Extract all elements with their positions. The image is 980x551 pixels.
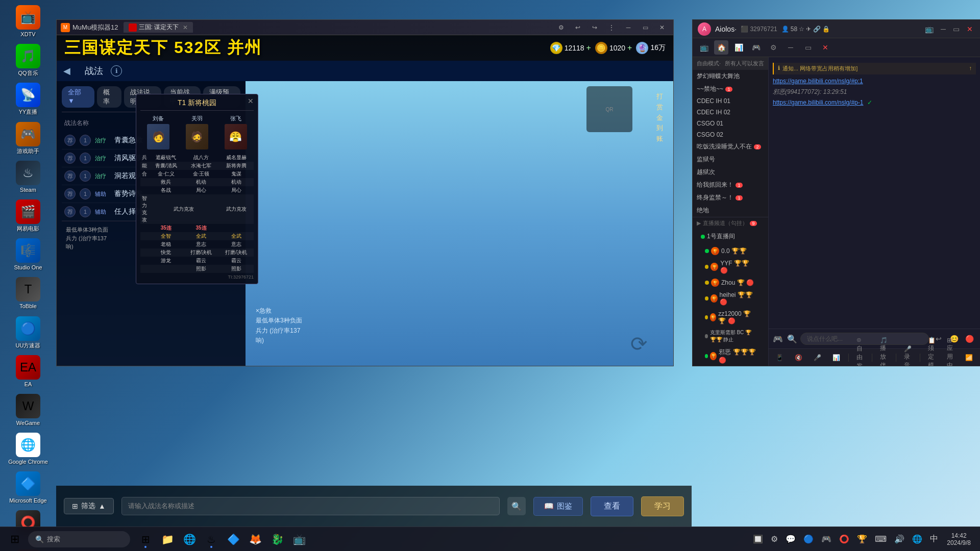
undo-btn[interactable]: ↩ <box>571 22 585 33</box>
user-zhou[interactable]: 🏆 Zhou 🏆 🔴 <box>701 277 760 289</box>
minimize-btn[interactable]: ─ <box>621 22 635 33</box>
desktop-icon-google-chrome[interactable]: 🌐 Google Chrome <box>5 430 51 468</box>
toolbar-mic-btn[interactable]: 🎤 <box>811 353 824 362</box>
desktop-icon-studio-one[interactable]: 🎼 Studio One <box>5 236 51 273</box>
toolbar-music-btn[interactable]: 🎵 播放伴奏 <box>877 336 891 366</box>
bili-nav-settings[interactable]: ⚙ <box>766 40 780 55</box>
taskbar-bilibili[interactable]: 📺 <box>289 530 309 549</box>
desktop-icon-xdtv[interactable]: 📺 XDTV <box>5 3 51 40</box>
link-text-1[interactable]: https://game.bilibili.com/nslg/#p:1 <box>773 78 863 85</box>
settings-btn[interactable]: ⚙ <box>554 22 568 33</box>
desktop-icon-steam[interactable]: ♨ Steam <box>5 158 51 196</box>
room-yueyu[interactable]: 越狱次 <box>693 166 768 179</box>
bili-close-btn[interactable]: ✕ <box>965 24 975 34</box>
toolbar-free-speak[interactable]: ⊙ 自由发言 <box>853 335 867 366</box>
tray-network[interactable]: 🌐 <box>909 532 925 546</box>
coin-plus-btn[interactable]: + <box>627 43 632 53</box>
toolbar-phone-btn[interactable]: 📱 <box>773 353 787 362</box>
user-xie-e[interactable]: 🏆 邪恶 🏆🏆🏆 🔴 <box>701 346 760 366</box>
toolbar-mute-btn[interactable]: 🔇 <box>792 353 805 362</box>
room-cdec02[interactable]: CDEC IH 02 <box>693 107 768 118</box>
more-btn[interactable]: ⋮ <box>604 22 619 33</box>
user-kelicheng[interactable]: 克里斯需那 BC 🏆🏆🏆 静止 <box>701 327 760 345</box>
room-mhhdwc[interactable]: 梦幻蝴蝶大舞池 <box>693 70 768 83</box>
redo-btn[interactable]: ↪ <box>587 22 602 33</box>
user-zz12000[interactable]: 🏆 zz12000 🏆🏆 🔴 <box>701 308 760 327</box>
filter-button[interactable]: ⊞ 筛选 ▲ <box>64 498 114 514</box>
tab-all[interactable]: 全部 ▼ <box>62 86 94 108</box>
tray-show-desktop[interactable]: 🔲 <box>750 532 766 546</box>
bili-nav-game[interactable]: 🎮 <box>749 40 763 55</box>
game-tab[interactable]: 三国: 谋定天下 ✕ <box>124 22 193 33</box>
toolbar-signal-btn[interactable]: 📶 <box>962 353 976 362</box>
tray-settings1[interactable]: ⚙ <box>768 532 781 546</box>
bili-restore-btn[interactable]: ▭ <box>951 24 962 34</box>
broadcast-channel-1[interactable]: 1号直播间 <box>697 230 764 243</box>
bili-screen-btn[interactable]: 📺 <box>923 24 936 34</box>
taskbar-game-icon[interactable]: 🐉 <box>267 530 287 549</box>
taskbar-chrome[interactable]: 🌐 <box>179 530 200 549</box>
desktop-icon-wegame[interactable]: W WeGame <box>5 391 51 429</box>
room-cdec01[interactable]: CDEC IH 01 <box>693 95 768 107</box>
bili-nav-screen[interactable]: 📺 <box>697 40 711 55</box>
desktop-icon-wangyi[interactable]: 🎬 网易电影 <box>5 197 51 235</box>
tray-blue1[interactable]: 🔵 <box>800 532 817 546</box>
tujian-button[interactable]: 📖 图鉴 <box>533 497 583 516</box>
tray-volume[interactable]: 🔊 <box>891 532 908 546</box>
user-0.0[interactable]: 🏆 0.0 🏆🏆 <box>701 245 760 257</box>
tray-keyboard[interactable]: ⌨ <box>872 532 890 546</box>
send-red-btn[interactable]: 🔴 <box>963 332 976 345</box>
desktop-icon-uu[interactable]: 🔵 UU方速器 <box>5 314 51 352</box>
nav-back-btn[interactable]: ◀ <box>57 61 77 81</box>
desktop-icon-yy[interactable]: 📡 YY直播 <box>5 80 51 118</box>
tray-game2[interactable]: 🎮 <box>818 532 835 546</box>
desktop-icon-ea[interactable]: EA EA <box>5 353 51 390</box>
bili-nav-data[interactable]: 📊 <box>731 40 746 55</box>
nav-info-btn[interactable]: ℹ <box>111 65 122 77</box>
bili-minimize-btn[interactable]: ─ <box>939 24 948 34</box>
toolbar-appstore-btn[interactable]: ⊞ 应用中心 <box>944 336 957 366</box>
tray-clock[interactable]: 14:42 2024/9/8 <box>943 531 975 547</box>
room-csgo01[interactable]: CSGO 01 <box>693 118 768 129</box>
t1-close-btn[interactable]: ✕ <box>248 97 254 105</box>
room-catch[interactable]: 给我抓回来！ 1 <box>693 179 768 191</box>
tab-close-icon[interactable]: ✕ <box>183 24 188 31</box>
tray-obs[interactable]: ⭕ <box>836 532 852 546</box>
desktop-icon-ms-edge[interactable]: 🔷 Microsoft Edge <box>5 469 51 507</box>
room-jianyu[interactable]: 监狱号 <box>693 153 768 166</box>
skill-search-field[interactable]: 请输入战法名称或描述 <box>121 497 500 515</box>
gamepad-icon[interactable]: 🎮 <box>773 334 783 344</box>
chakan-button[interactable]: 查看 <box>591 496 633 516</box>
room-lifelong[interactable]: 终身监禁～！ 1 <box>693 191 768 204</box>
room-jindi[interactable]: ~~禁地~~ 1 <box>693 83 768 95</box>
start-button[interactable]: ⊞ <box>3 530 27 549</box>
user-yyf[interactable]: 🏆 YYF 🏆🏆 🔴 <box>701 258 760 276</box>
tab-probability[interactable]: 概率 <box>97 86 121 108</box>
desktop-icon-qq-music[interactable]: 🎵 QQ音乐 <box>5 41 51 79</box>
tray-trophy[interactable]: 🏆 <box>854 532 870 546</box>
taskbar-explorer[interactable]: 📁 <box>157 530 178 549</box>
link-text-2[interactable]: https://game.bilibili.com/nslg/#p-1 <box>773 99 863 106</box>
toolbar-eq-btn[interactable]: 📊 <box>829 353 843 362</box>
tray-msg[interactable]: 💬 <box>782 532 799 546</box>
toolbar-record-btn[interactable]: 🎤 录音 <box>901 344 915 366</box>
taskbar-steam[interactable]: ♨ <box>201 530 222 549</box>
room-juedi[interactable]: 绝地 <box>693 204 768 217</box>
bili-nav-minimize2[interactable]: ─ <box>783 40 798 55</box>
taskbar-edge[interactable]: 🔷 <box>223 530 243 549</box>
toolbar-template-btn[interactable]: 📋 须定模板 <box>925 336 939 366</box>
search-chat-icon[interactable]: 🔍 <box>787 334 797 344</box>
room-csgo02[interactable]: CSGO 02 <box>693 129 768 140</box>
desktop-icon-game-helper[interactable]: 🎮 游戏助手 <box>5 119 51 157</box>
bili-nav-home[interactable]: 🏠 <box>714 40 728 55</box>
bili-nav-restore2[interactable]: ▭ <box>801 40 815 55</box>
bili-nav-close2[interactable]: ✕ <box>818 40 832 55</box>
gem-plus-btn[interactable]: + <box>586 43 591 53</box>
taskbar-firefox[interactable]: 🦊 <box>245 530 265 549</box>
desktop-icon-tobble[interactable]: T ToBble <box>5 274 51 312</box>
restore-btn[interactable]: ▭ <box>638 22 652 33</box>
taskbar-search-bar[interactable]: 🔍 搜索 <box>28 531 130 547</box>
search-go-button[interactable]: 🔍 <box>507 497 526 515</box>
xuexi-button[interactable]: 学习 <box>641 496 684 516</box>
close-btn[interactable]: ✕ <box>655 22 669 33</box>
